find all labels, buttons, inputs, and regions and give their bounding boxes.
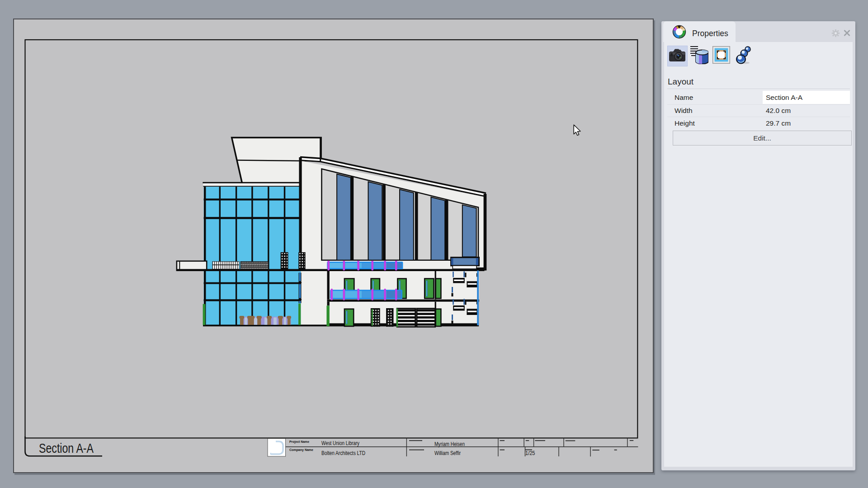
svg-text:Section A-A: Section A-A xyxy=(39,441,94,455)
svg-text:Project Name: Project Name xyxy=(289,440,309,444)
svg-text:Bolten Architects LTD: Bolten Architects LTD xyxy=(321,450,365,456)
svg-text:William Seffir: William Seffir xyxy=(434,450,461,456)
svg-text:Myriam Heisen: Myriam Heisen xyxy=(434,441,465,447)
svg-text:West Union Library: West Union Library xyxy=(321,440,360,446)
svg-text:1/25: 1/25 xyxy=(525,450,535,456)
svg-text:Company Name: Company Name xyxy=(289,448,313,452)
